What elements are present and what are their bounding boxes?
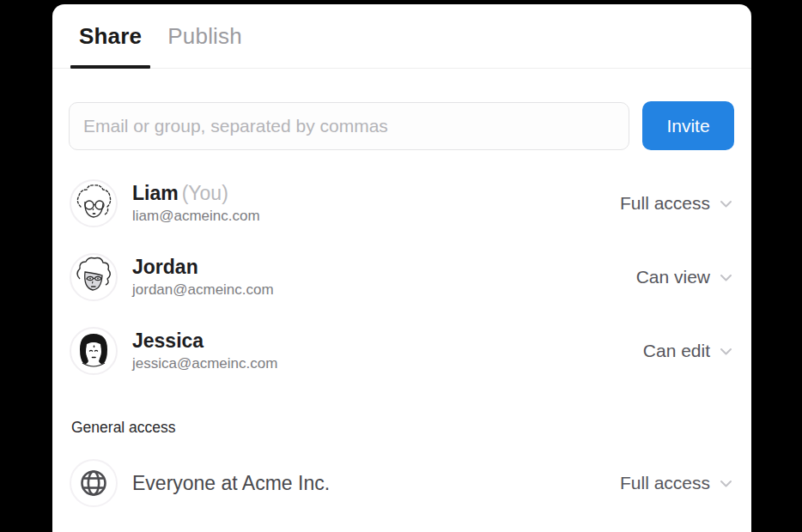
tab-publish-label: Publish <box>167 23 242 50</box>
everyone-name: Everyone at Acme Inc. <box>132 472 620 495</box>
email-input[interactable] <box>69 102 629 150</box>
jordan-avatar-illustration <box>71 255 116 299</box>
liam-avatar <box>70 179 118 227</box>
tab-publish[interactable]: Publish <box>159 4 251 68</box>
person-row-jordan: Jordan jordan@acmeinc.com Can view <box>52 240 751 314</box>
tab-bar: Share Publish <box>52 4 751 69</box>
person-row-jessica: Jessica jessica@acmeinc.com Can edit <box>52 314 751 388</box>
share-dialog: Share Publish Invite <box>52 4 751 532</box>
everyone-row: Everyone at Acme Inc. Full access <box>52 446 751 520</box>
person-name: Jordan <box>132 256 636 278</box>
chevron-down-icon <box>718 343 734 360</box>
access-level-label: Can view <box>636 267 710 287</box>
person-email: jessica@acmeinc.com <box>132 355 643 372</box>
tab-share-label: Share <box>79 23 142 50</box>
person-row-liam: Liam(You) liam@acmeinc.com Full access <box>52 166 751 240</box>
person-info: Liam(You) liam@acmeinc.com <box>132 182 620 225</box>
person-email: jordan@acmeinc.com <box>132 281 636 299</box>
person-info: Jessica jessica@acmeinc.com <box>132 329 643 372</box>
globe-icon <box>77 467 110 499</box>
access-dropdown-everyone[interactable]: Full access <box>620 473 734 493</box>
person-name: Liam(You) <box>132 182 620 204</box>
general-access-label: General access <box>71 419 734 437</box>
people-list: Liam(You) liam@acmeinc.com Full access <box>52 166 751 388</box>
invite-row: Invite <box>69 101 734 150</box>
person-email: liam@acmeinc.com <box>132 208 620 225</box>
access-level-label: Can edit <box>643 341 710 361</box>
chevron-down-icon <box>718 196 734 212</box>
globe-avatar <box>70 459 118 507</box>
liam-avatar-illustration <box>71 181 116 226</box>
chevron-down-icon <box>718 269 734 286</box>
jessica-avatar <box>70 327 118 375</box>
access-level-label: Full access <box>620 473 710 493</box>
person-name-text: Jessica <box>132 329 204 352</box>
access-dropdown-jordan[interactable]: Can view <box>636 267 734 287</box>
access-dropdown-jessica[interactable]: Can edit <box>643 341 734 361</box>
person-name-text: Jordan <box>132 256 198 278</box>
you-suffix: (You) <box>182 182 228 204</box>
invite-button[interactable]: Invite <box>642 101 734 150</box>
jessica-avatar-illustration <box>71 329 116 373</box>
jordan-avatar <box>70 253 118 301</box>
person-name-text: Liam <box>132 182 179 204</box>
access-dropdown-liam[interactable]: Full access <box>620 193 734 214</box>
chevron-down-icon <box>718 475 734 492</box>
access-level-label: Full access <box>620 193 710 214</box>
person-name: Jessica <box>132 329 643 352</box>
tab-share[interactable]: Share <box>70 4 150 68</box>
person-info: Jordan jordan@acmeinc.com <box>132 256 636 299</box>
